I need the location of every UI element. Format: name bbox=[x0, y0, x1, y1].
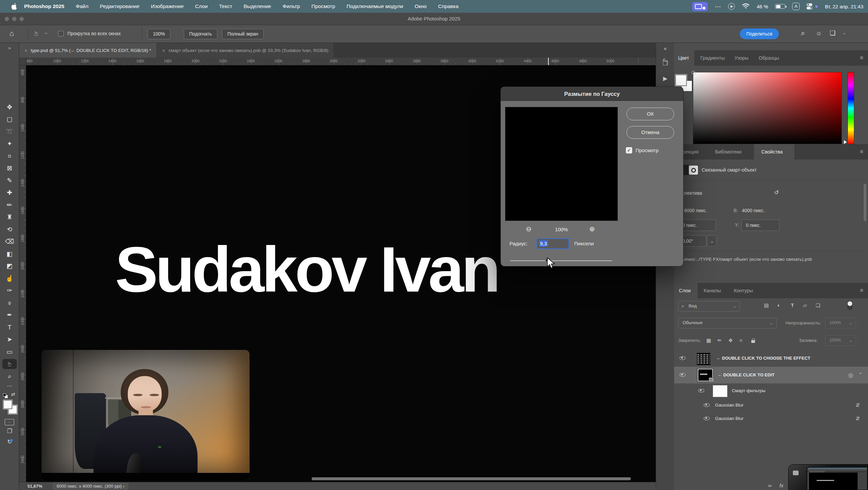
menu-item-filter[interactable]: Фильтр bbox=[277, 3, 306, 9]
tool-rectangular-marquee[interactable]: ▢ bbox=[0, 114, 19, 124]
quick-mask-icon[interactable]: ◌ bbox=[5, 419, 14, 425]
wifi-icon[interactable] bbox=[742, 3, 750, 9]
smart-filter-circle-icon[interactable]: ◎ bbox=[848, 372, 853, 379]
lock-transparency-icon[interactable]: ▦ bbox=[706, 337, 711, 344]
lock-artboard-icon[interactable]: ⌗ bbox=[740, 337, 742, 344]
zoom-in-icon[interactable]: ⊕ bbox=[589, 225, 595, 233]
layer-name[interactable]: ← DOUBLE CLICK TO EDIT bbox=[718, 372, 774, 378]
link-layers-icon[interactable]: ∞ bbox=[768, 483, 772, 488]
more-status-icon[interactable]: ⋯ bbox=[715, 3, 721, 10]
layer-row-edit-selected[interactable]: ∞ ← DOUBLE CLICK TO EDIT ◎ ⌃ bbox=[674, 367, 868, 384]
layer-style-fx-icon[interactable]: fx bbox=[779, 483, 783, 488]
tool-dodge[interactable]: ⌽ bbox=[0, 298, 19, 308]
ok-button[interactable]: ОК bbox=[626, 107, 674, 120]
screen-mode-icon[interactable]: ❐ bbox=[0, 428, 19, 435]
default-colors-icon[interactable] bbox=[3, 393, 8, 398]
layer-thumbnail[interactable] bbox=[697, 353, 710, 365]
control-center-icon[interactable] bbox=[807, 3, 812, 9]
filter-visibility-eye-icon[interactable] bbox=[704, 403, 710, 407]
reset-transform-icon[interactable]: ↺ bbox=[774, 189, 779, 196]
menu-item-select[interactable]: Выделение bbox=[238, 3, 277, 9]
filter-blend-options-icon[interactable]: ⇵ bbox=[856, 402, 860, 408]
layer-filter-toggle[interactable] bbox=[847, 301, 852, 310]
tab-libraries[interactable]: Библиотеки bbox=[715, 144, 742, 160]
fill-input[interactable]: 100% ⌄ bbox=[825, 335, 856, 346]
filter-adjustment-icon[interactable]: ◐ bbox=[777, 302, 780, 308]
layer-thumbnail[interactable]: ∞ bbox=[698, 369, 713, 382]
discover-lightbulb-icon[interactable]: ☼ bbox=[816, 29, 822, 37]
pip-preview-window[interactable] bbox=[788, 464, 868, 490]
now-playing-icon[interactable]: ▶ bbox=[728, 3, 735, 10]
tool-path-selection[interactable]: ➤ bbox=[0, 334, 19, 345]
menu-item-image[interactable]: Изображение bbox=[145, 3, 189, 9]
horizontal-ruler[interactable]: 800 1000 1200 1400 1600 1800 2000 2200 2… bbox=[26, 58, 656, 65]
tool-clone-stamp[interactable]: ♜ bbox=[0, 212, 19, 222]
filter-mask-thumbnail[interactable] bbox=[713, 385, 727, 397]
tool-history-brush[interactable]: ⟲ bbox=[0, 225, 19, 235]
input-source-icon[interactable]: A bbox=[792, 3, 800, 10]
swap-colors-icon[interactable]: ⇄ bbox=[8, 391, 18, 397]
tool-smudge[interactable]: ☝ bbox=[0, 273, 19, 284]
angle-chevron[interactable]: ⌄ bbox=[707, 235, 717, 247]
fullscreen-button[interactable]: Полный экран bbox=[222, 29, 264, 39]
ruler-corner[interactable] bbox=[19, 58, 26, 65]
cancel-button[interactable]: Отмена bbox=[626, 126, 674, 139]
preview-checkbox[interactable]: ✓ bbox=[626, 147, 632, 154]
layer-visibility-eye-icon[interactable] bbox=[680, 356, 686, 360]
panel-menu-icon[interactable]: ≡ bbox=[860, 55, 863, 61]
tool-pen[interactable]: ✒ bbox=[0, 310, 19, 320]
horizontal-scrollbar[interactable] bbox=[312, 477, 631, 480]
document-tab[interactable]: × смарт объект (если что заново связать)… bbox=[157, 43, 334, 58]
scroll-all-windows-checkbox[interactable] bbox=[58, 31, 64, 36]
sync-icon[interactable]: ↻ bbox=[0, 438, 19, 446]
tool-zoom[interactable]: ⌕ bbox=[0, 371, 19, 382]
tool-hand[interactable]: ☞ bbox=[2, 359, 17, 369]
foreground-color-swatch[interactable] bbox=[3, 400, 12, 409]
layer-name[interactable]: ← DOUBLE CLICK TO CHOOSE THE EFFECT bbox=[716, 356, 810, 361]
actions-panel-icon[interactable]: ▶ bbox=[656, 75, 675, 82]
color-picker-circle[interactable] bbox=[691, 71, 695, 74]
zoom-100-button[interactable]: 100% bbox=[148, 29, 170, 39]
tab-properties[interactable]: Свойства bbox=[761, 144, 783, 160]
menu-item-layers[interactable]: Слои bbox=[189, 3, 214, 9]
tool-preset-chevron-icon[interactable]: ⌄ bbox=[44, 30, 48, 35]
y-position-input[interactable]: 0 пикс. bbox=[741, 220, 779, 231]
tool-healing-brush[interactable]: ✚ bbox=[0, 188, 19, 198]
workspace-chevron-icon[interactable]: ⌄ bbox=[842, 30, 846, 35]
layer-visibility-eye-icon[interactable] bbox=[680, 373, 686, 377]
close-tab-icon[interactable]: × bbox=[25, 47, 28, 53]
hand-tool-preset-icon[interactable]: ☞ bbox=[34, 30, 39, 37]
lock-position-icon[interactable]: ✥ bbox=[728, 337, 733, 344]
lock-pixels-icon[interactable]: ✏ bbox=[717, 337, 722, 344]
tab-gradients[interactable]: Градиенты bbox=[700, 50, 725, 66]
layer-row-gaussian-blur-1[interactable]: Gaussian Blur ⇵ bbox=[674, 399, 868, 412]
status-zoom-percent[interactable]: 51,67% bbox=[28, 484, 42, 489]
close-tab-icon[interactable]: × bbox=[162, 47, 165, 53]
tool-frame[interactable]: ⊠ bbox=[0, 163, 19, 173]
share-button[interactable]: Поделиться bbox=[740, 29, 779, 39]
panel-foreground-swatch[interactable] bbox=[676, 75, 687, 86]
workspace-switcher-icon[interactable]: ❏ bbox=[830, 29, 835, 37]
search-icon[interactable]: ⌕ bbox=[801, 29, 805, 37]
screen-sharing-icon[interactable] bbox=[692, 2, 708, 11]
filter-name[interactable]: Gaussian Blur bbox=[715, 416, 744, 421]
radius-slider[interactable] bbox=[510, 260, 612, 261]
color-saturation-field[interactable] bbox=[693, 72, 842, 144]
filter-type-icon[interactable]: T bbox=[791, 302, 794, 308]
tool-mixer-brush[interactable]: ✑ bbox=[0, 286, 19, 296]
tool-paint-bucket[interactable]: ◩ bbox=[0, 261, 19, 271]
tab-patterns[interactable]: Узоры bbox=[735, 50, 748, 66]
filter-image-icon[interactable]: ▤ bbox=[764, 302, 769, 308]
tool-brush[interactable]: ✏ bbox=[0, 200, 19, 210]
layer-row-gaussian-blur-2[interactable]: Gaussian Blur ⇵ bbox=[674, 412, 868, 426]
hue-slider[interactable] bbox=[847, 72, 854, 144]
document-tab-active[interactable]: × type.psd @ 51,7% (← DOUBLE CLICK TO ED… bbox=[19, 43, 157, 58]
tab-color[interactable]: Цвет bbox=[678, 50, 689, 66]
blur-preview[interactable] bbox=[505, 107, 618, 221]
status-doc-info[interactable]: 6000 пикс. x 4000 пикс. (300 ppi) › bbox=[53, 483, 128, 490]
pip-button[interactable] bbox=[793, 470, 799, 475]
layer-visibility-eye-icon[interactable] bbox=[698, 389, 704, 392]
tool-eraser[interactable]: ⌫ bbox=[0, 237, 19, 247]
collapse-filters-chevron-icon[interactable]: ⌃ bbox=[858, 372, 863, 378]
radius-input[interactable]: 9,3 bbox=[537, 238, 569, 249]
